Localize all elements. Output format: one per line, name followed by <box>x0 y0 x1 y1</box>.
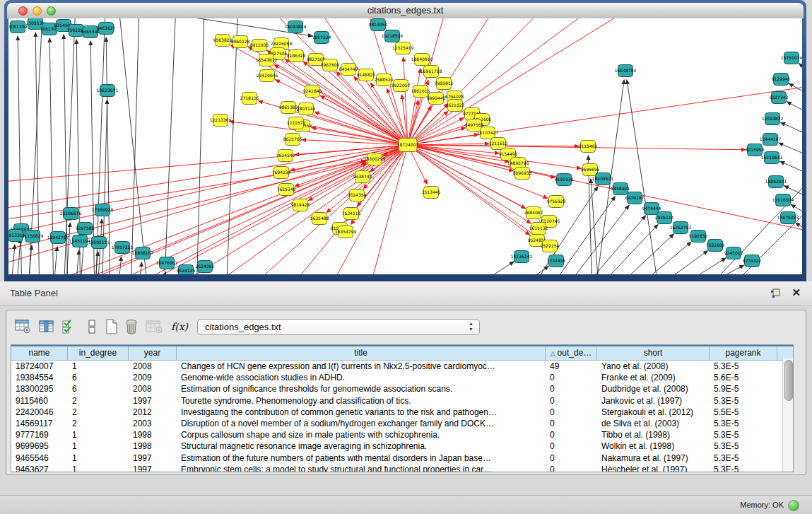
vertical-scrollbar[interactable] <box>782 358 793 472</box>
network-node[interactable]: 16107427 <box>477 127 499 139</box>
network-node[interactable]: 9192632 <box>689 230 708 243</box>
network-node[interactable]: 7625346 <box>277 184 296 196</box>
table-row[interactable]: 946362711997Embryonic stem cells: a mode… <box>11 464 793 472</box>
network-node[interactable]: 17957225 <box>112 242 134 254</box>
network-node[interactable]: 2967608 <box>321 59 340 71</box>
network-node[interactable]: 9146821 <box>357 69 376 81</box>
network-node[interactable]: 16033809 <box>285 21 307 33</box>
column-header-name[interactable]: name <box>11 346 68 360</box>
network-node[interactable]: 16354799 <box>335 226 357 238</box>
network-node[interactable]: 18724007 <box>397 139 419 152</box>
network-node[interactable]: 8215958 <box>746 144 765 156</box>
network-node[interactable]: 7694234 <box>272 167 291 179</box>
table-row[interactable]: 1456911722003Disruption of a novel membe… <box>11 418 793 429</box>
network-node[interactable]: 17359928 <box>92 204 114 216</box>
window-titlebar[interactable]: citations_edges.txt <box>7 3 804 19</box>
network-node[interactable]: 9438743 <box>353 171 372 183</box>
column-header-in_degree[interactable]: in_degree <box>68 346 129 360</box>
float-window-icon[interactable] <box>770 288 781 299</box>
network-node[interactable]: 2718126 <box>240 93 259 105</box>
network-node[interactable]: 8912935 <box>250 40 269 52</box>
network-node[interactable]: 9819428 <box>291 199 310 211</box>
show-columns-icon[interactable] <box>37 317 56 336</box>
table-row[interactable]: 969969511998Structural magnetic resonanc… <box>11 440 793 452</box>
table-row[interactable]: 946554611997Estimation of the future num… <box>11 452 793 464</box>
network-node[interactable]: 9563822 <box>213 35 233 47</box>
network-node[interactable]: 7632609 <box>706 240 725 252</box>
network-node[interactable]: 8522057 <box>392 80 411 92</box>
column-header-short[interactable]: short <box>597 346 710 360</box>
table-select-dropdown[interactable]: citations_edges.txt ▲▼ <box>197 319 480 335</box>
network-node[interactable]: 9297588 <box>76 223 95 235</box>
network-node[interactable]: 7857224 <box>312 32 331 44</box>
network-node[interactable]: 16476061 <box>156 257 178 269</box>
network-node[interactable]: 12444197 <box>760 134 782 146</box>
close-icon[interactable]: ✕ <box>792 286 801 299</box>
network-node[interactable]: 6191930 <box>555 174 574 186</box>
network-node[interactable]: 2522254 <box>541 240 560 252</box>
network-node[interactable]: 2684067 <box>524 207 543 219</box>
network-node[interactable]: 3051309 <box>8 21 28 33</box>
network-node[interactable]: 8960128 <box>231 36 250 48</box>
network-node[interactable]: 7634115 <box>342 208 361 220</box>
network-node[interactable]: 9463627 <box>97 23 116 35</box>
network-node[interactable]: 17016504 <box>772 194 794 206</box>
network-node[interactable]: 7955812 <box>435 78 454 90</box>
network-node[interactable]: 16648794 <box>615 65 637 77</box>
network-node[interactable]: 8990445 <box>427 93 446 105</box>
network-node[interactable]: 9242848 <box>303 86 322 98</box>
network-node[interactable]: 2935114 <box>655 212 674 224</box>
network-node[interactable]: 16961758 <box>420 66 442 78</box>
table-row[interactable]: 2242004622012Investigating the contribut… <box>11 407 793 418</box>
network-canvas[interactable]: 1872400795638228960128891293523226058982… <box>8 18 802 274</box>
column-header-title[interactable]: title <box>177 346 546 360</box>
network-node[interactable]: 1615132 <box>529 223 548 235</box>
network-node[interactable]: 16262792 <box>670 222 692 234</box>
network-node[interactable]: 12213369 <box>210 115 232 127</box>
network-node[interactable]: 20206576 <box>60 208 82 220</box>
network-node[interactable]: 8186328 <box>287 50 306 62</box>
network-node[interactable]: 9115460 <box>579 141 598 153</box>
network-node[interactable]: 9129946 <box>772 74 791 86</box>
table-row[interactable]: 1872400712008Changes of HCN gene express… <box>11 361 793 372</box>
network-node[interactable]: 8454749 <box>339 64 358 76</box>
network-node[interactable]: 1210571 <box>287 117 306 129</box>
network-node[interactable]: 6774322 <box>743 255 762 267</box>
network-node[interactable]: 19218506 <box>382 30 404 42</box>
network-node[interactable]: 12325419 <box>392 42 414 54</box>
network-node[interactable]: 8958921 <box>611 183 630 195</box>
network-node[interactable]: 2624292 <box>196 261 215 273</box>
network-node[interactable]: 9245012 <box>724 247 743 259</box>
network-node[interactable]: 9861383 <box>279 102 298 114</box>
network-node[interactable]: 6479197 <box>625 192 645 204</box>
network-node[interactable]: 11156829 <box>22 230 44 243</box>
network-node[interactable]: 8625766 <box>283 134 302 146</box>
scrollbar-thumb[interactable] <box>784 360 793 401</box>
network-node[interactable]: 2588520 <box>375 74 394 86</box>
table-row[interactable]: 911546021997Tourette syndrome. Phenomeno… <box>11 395 793 407</box>
network-node[interactable]: 16210643 <box>761 152 783 164</box>
new-table-icon[interactable] <box>102 317 121 336</box>
network-node[interactable]: 15751074 <box>781 52 802 64</box>
network-node[interactable]: 16958167 <box>132 247 154 259</box>
network-node[interactable]: 7624540 <box>276 150 295 162</box>
network-node[interactable]: 8813054 <box>369 19 388 31</box>
network-node[interactable]: 12093872 <box>762 113 784 125</box>
network-node[interactable]: 15892971 <box>765 176 787 188</box>
network-node[interactable]: 23420046 <box>257 70 278 82</box>
select-all-icon[interactable] <box>60 317 78 336</box>
network-node[interactable]: 1635489 <box>310 213 329 225</box>
clear-selection-icon[interactable] <box>83 317 101 336</box>
table-row[interactable]: 1830029562008Estimation of significance … <box>11 383 793 395</box>
network-node[interactable]: 10623071 <box>97 85 119 97</box>
network-node[interactable]: 1211612 <box>489 138 508 150</box>
network-node[interactable]: 9227343 <box>770 92 789 104</box>
table-mode-icon[interactable] <box>13 317 32 336</box>
memory-status-icon[interactable] <box>788 500 799 511</box>
network-node[interactable]: 8624125 <box>177 265 196 275</box>
network-node[interactable]: 8096935 <box>513 168 532 180</box>
table-row[interactable]: 977716911998Corpus callosum shape and si… <box>11 429 793 440</box>
network-node[interactable]: 14136141 <box>511 251 533 263</box>
table-row[interactable]: 1938455462009Genome-wide association stu… <box>11 372 793 383</box>
network-node[interactable]: 9756928 <box>547 196 566 208</box>
